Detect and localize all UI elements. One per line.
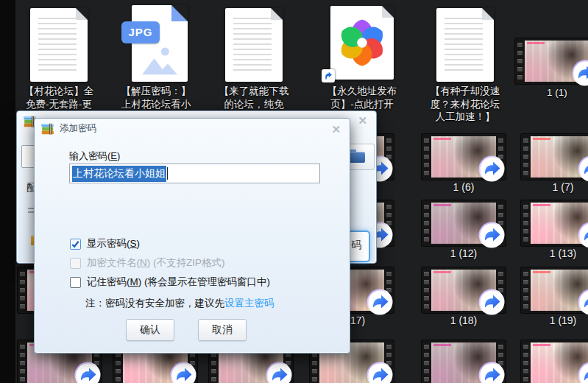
item-label: 1 (19) — [514, 315, 588, 326]
icon-label-line: 页】-点此打开 — [314, 98, 411, 111]
dialog-title: 添加密码 — [60, 122, 96, 135]
ok-button[interactable]: 确认 — [126, 319, 174, 341]
dialog-titlebar[interactable]: 添加密码 — [35, 119, 350, 138]
browser-shortcut-icon[interactable] — [330, 6, 394, 80]
encrypt-names-checkbox — [70, 258, 81, 269]
film-sprockets — [422, 135, 431, 179]
player-arrow-icon — [578, 289, 588, 315]
film-sprockets — [422, 201, 431, 245]
text-lines — [444, 18, 483, 74]
remember-password-label[interactable]: 记住密码(M) (将会显示在管理密码窗口中) — [87, 275, 270, 289]
item-label: 【来了就能下载的论坛，纯免 — [205, 85, 302, 110]
winrar-icon — [41, 123, 54, 135]
document-icon[interactable] — [436, 8, 494, 82]
player-arrow-icon — [572, 60, 588, 86]
jpg-file-icon[interactable]: JPG — [132, 5, 188, 82]
item-label: 【永久地址发布页】-点此打开 — [314, 85, 411, 110]
password-input[interactable]: 上村花论坛看小姐姐 — [69, 164, 320, 183]
item-label: 【有种子却没速度？来村花论坛人工加速！】 — [417, 85, 514, 124]
item-label: 1 (18) — [415, 315, 512, 326]
close-icon[interactable]: ✕ — [331, 123, 341, 136]
player-arrow-icon — [478, 289, 505, 315]
video-thumbnail[interactable] — [521, 134, 588, 180]
icon-label-line: 免费-无套路-更 — [10, 98, 107, 111]
player-arrow-icon — [578, 222, 588, 248]
occluded-text-fragment: 配 — [26, 181, 34, 194]
pinwheel-browser-logo — [335, 15, 389, 70]
icon-label-line: 【有种子却没速 — [417, 85, 514, 98]
item-label: 1 (7) — [514, 181, 588, 193]
video-thumbnail[interactable] — [521, 267, 588, 313]
item-label: 1 (12) — [415, 247, 512, 259]
icon-label-line: 【解压密码：】 — [107, 85, 205, 98]
video-thumbnail[interactable] — [422, 340, 506, 383]
film-sprockets — [515, 39, 525, 83]
encrypt-names-label: 加密文件名(N) (不支持ZIP格式) — [87, 256, 225, 270]
document-icon[interactable] — [30, 8, 88, 82]
video-thumbnail[interactable] — [422, 134, 506, 180]
player-arrow-icon — [266, 362, 292, 383]
password-note-text: 注：密码没有安全加密，建议先 — [85, 298, 224, 309]
cancel-button[interactable]: 取消 — [198, 319, 247, 341]
document-icon[interactable] — [225, 8, 283, 82]
film-sprockets — [18, 268, 27, 312]
icon-label-line: 的论坛，纯免 — [205, 98, 302, 111]
close-icon[interactable]: ✕ — [358, 114, 367, 127]
item-label: 【村花论坛】全免费-无套路-更 — [10, 85, 107, 110]
shortcut-arrow-icon — [322, 69, 335, 82]
item-label: 1 (6) — [415, 181, 512, 193]
player-arrow-icon — [578, 155, 588, 182]
film-sprockets — [521, 268, 531, 312]
player-arrow-icon — [366, 289, 393, 315]
item-label: 1 (13) — [514, 247, 588, 259]
player-arrow-icon — [170, 362, 196, 383]
player-arrow-icon — [578, 362, 588, 383]
remember-password-checkbox[interactable] — [70, 277, 81, 288]
desktop: 【村花论坛】全免费-无套路-更JPG【解压密码：】上村花论坛看小【来了就能下载的… — [0, 0, 588, 383]
item-label: 【解压密码：】上村花论坛看小 — [107, 85, 205, 110]
icon-label-line: 1 (1) — [509, 86, 588, 99]
icon-label-line: 【村花论坛】全 — [10, 85, 107, 98]
film-sprockets — [521, 135, 531, 179]
player-arrow-icon — [366, 362, 393, 383]
icon-label-line: 人工加速！】 — [417, 110, 514, 124]
item-label: 1 (1) — [509, 86, 588, 99]
text-lines — [38, 18, 77, 74]
icon-label-line: 上村花论坛看小 — [107, 98, 205, 111]
desktop-dark-edge — [0, 0, 15, 383]
set-master-password-link[interactable]: 设置主密码 — [224, 298, 274, 309]
player-arrow-icon — [478, 362, 505, 383]
add-password-dialog: 添加密码 ✕ 输入密码(E) 上村花论坛看小姐姐 显示密码(S) 加密文件名(N… — [34, 118, 350, 354]
password-field-label: 输入密码(E) — [69, 150, 120, 163]
jpg-badge: JPG — [121, 21, 160, 43]
password-value-selected: 上村花论坛看小姐姐 — [72, 166, 166, 182]
player-arrow-icon — [74, 362, 101, 383]
video-thumbnail[interactable] — [422, 200, 506, 246]
occluded-button-text-fragment: 码 — [351, 239, 361, 252]
occluded-text-fragment — [28, 208, 34, 215]
video-thumbnail[interactable] — [521, 340, 588, 383]
player-arrow-icon — [478, 222, 505, 248]
film-sprockets — [18, 341, 27, 383]
video-thumbnail[interactable] — [515, 38, 588, 84]
checkmark-icon — [71, 239, 80, 249]
show-password-label[interactable]: 显示密码(S) — [87, 237, 140, 250]
film-sprockets — [422, 341, 431, 383]
film-sprockets — [422, 268, 431, 312]
video-thumbnail[interactable] — [521, 200, 588, 246]
player-arrow-icon — [478, 155, 505, 182]
film-sprockets — [521, 341, 531, 383]
icon-label-line: 【来了就能下载 — [205, 85, 302, 98]
folder-icon — [349, 152, 365, 163]
video-thumbnail[interactable] — [422, 267, 506, 313]
image-placeholder-icon — [138, 43, 182, 77]
film-sprockets — [521, 201, 531, 245]
text-lines — [233, 18, 272, 74]
icon-label-line: 度？来村花论坛 — [417, 98, 514, 111]
text-caret — [167, 167, 168, 180]
icon-label-line: 【永久地址发布 — [314, 85, 411, 98]
show-password-checkbox[interactable] — [70, 239, 81, 250]
